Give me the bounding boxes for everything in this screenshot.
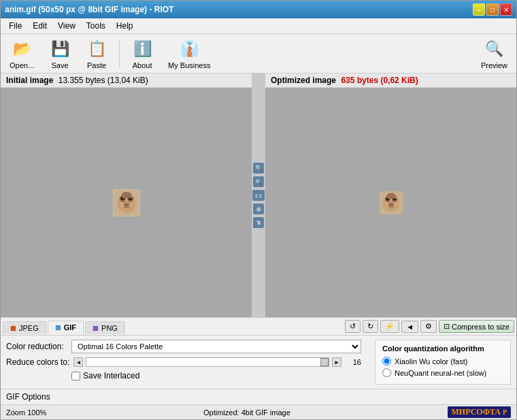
open-button[interactable]: 📂 Open...: [3, 35, 40, 72]
preview-icon: 🔍: [483, 38, 505, 60]
svg-point-23: [386, 193, 396, 199]
image-panels: Initial image 13.355 bytes (13,04 KiB): [1, 74, 516, 317]
gif-label: GIF: [64, 323, 76, 332]
paste-label: Paste: [87, 61, 106, 69]
sync-button[interactable]: ⇅: [253, 217, 264, 228]
slider-container: ◄ ► 16: [73, 357, 361, 367]
slider-track[interactable]: [86, 357, 329, 367]
initial-canvas: [1, 88, 252, 317]
jpeg-label: JPEG: [19, 324, 39, 332]
main-area: Initial image 13.355 bytes (13,04 KiB): [1, 74, 516, 404]
optimized-panel-size: 635 bytes (0,62 KiB): [341, 76, 418, 85]
controls-row: Color reduction: Optimal 16 Colors Palet…: [1, 336, 516, 389]
svg-point-10: [124, 203, 129, 206]
interlaced-checkbox[interactable]: [71, 372, 80, 381]
gif-icon: ▦: [55, 324, 61, 331]
neuquant-radio[interactable]: [382, 368, 391, 377]
gif-options-label: GIF Options: [6, 392, 50, 402]
gear-button[interactable]: ⚙: [420, 320, 437, 333]
neuquant-label: NeuQuant neural-net (slow): [395, 369, 486, 377]
mirsofta-badge: МИРСОФТА Р: [448, 406, 511, 418]
initial-image-content: [112, 189, 141, 217]
bottom-area: ▦ JPEG ▦ GIF ▦ PNG ↺ ↻ ⚡ ◄ ⚙: [1, 317, 516, 404]
window-title: anim.gif (50x50 px @ 8bit GIF image) - R…: [5, 5, 173, 14]
controls-right: Color quantization algorithm Xiaolin Wu …: [375, 340, 511, 385]
back-button[interactable]: ◄: [401, 321, 418, 333]
toolbar-separator-1: [119, 40, 120, 67]
interlaced-label: Save Interlaced: [83, 371, 139, 381]
zoom-actual-button[interactable]: 1:1: [252, 190, 265, 201]
controls-left: Color reduction: Optimal 16 Colors Palet…: [6, 340, 361, 385]
menu-edit[interactable]: Edit: [27, 20, 52, 32]
open-icon: 📂: [11, 38, 33, 60]
about-label: About: [133, 61, 152, 69]
zoom-status: Zoom 100%: [6, 408, 46, 417]
menu-file[interactable]: File: [3, 20, 27, 32]
xiaolin-radio[interactable]: [382, 357, 391, 366]
menu-view[interactable]: View: [52, 20, 81, 32]
preview-label: Preview: [481, 61, 507, 69]
xiaolin-row: Xiaolin Wu color (fast): [382, 357, 503, 366]
reduce-colors-label: Reduce colors to:: [6, 357, 69, 367]
optimized-panel-header: Optimized image 635 bytes (0,62 KiB): [265, 74, 516, 88]
png-icon: ▦: [93, 325, 99, 332]
zoom-in-icon[interactable]: 🔍: [253, 163, 264, 174]
save-label: Save: [52, 61, 69, 69]
close-button[interactable]: ✕: [500, 3, 512, 16]
tabs-row: ▦ JPEG ▦ GIF ▦ PNG ↺ ↻ ⚡ ◄ ⚙: [1, 318, 516, 336]
about-icon: ℹ️: [131, 38, 153, 60]
interlaced-row: Save Interlaced: [71, 371, 361, 381]
svg-point-22: [388, 203, 393, 205]
paste-icon: 📋: [86, 38, 107, 60]
redo-button[interactable]: ↻: [363, 320, 378, 333]
save-icon: 💾: [49, 38, 71, 60]
optimized-status: Optimized: 4bit GIF image: [203, 408, 290, 417]
slider-right-arrow[interactable]: ►: [332, 357, 341, 367]
flash-button[interactable]: ⚡: [380, 320, 399, 333]
tab-gif[interactable]: ▦ GIF: [48, 321, 84, 334]
minimize-button[interactable]: –: [473, 3, 485, 16]
color-reduction-select[interactable]: Optimal 16 Colors Palette Adaptive Palet…: [71, 340, 361, 353]
slider-left-arrow[interactable]: ◄: [73, 357, 83, 367]
color-reduction-label: Color reduction:: [6, 342, 67, 351]
mirsofta-text: МИРСОФТА: [452, 407, 501, 417]
compress-icon: ⊡: [444, 322, 450, 331]
compress-label: Compress to size: [452, 323, 510, 331]
mirsofta-icon: Р: [503, 408, 507, 416]
quantization-group: Color quantization algorithm Xiaolin Wu …: [375, 340, 511, 385]
undo-button[interactable]: ↺: [345, 320, 361, 333]
maximize-button[interactable]: □: [486, 3, 499, 16]
optimized-panel-label: Optimized image: [271, 76, 336, 85]
menu-tools[interactable]: Tools: [81, 20, 111, 32]
slider-value: 16: [344, 358, 361, 366]
paste-button[interactable]: 📋 Paste: [80, 35, 114, 72]
action-buttons: ↺ ↻ ⚡ ◄ ⚙ ⊡ Compress to size: [345, 320, 514, 335]
title-bar: anim.gif (50x50 px @ 8bit GIF image) - R…: [1, 1, 516, 18]
reduce-colors-row: Reduce colors to: ◄ ► 16: [6, 357, 361, 367]
zoom-out-icon[interactable]: 🔍: [253, 176, 264, 187]
svg-point-20: [395, 197, 396, 199]
neuquant-row: NeuQuant neural-net (slow): [382, 368, 503, 377]
slider-thumb[interactable]: [320, 358, 329, 366]
preview-button[interactable]: 🔍 Preview: [475, 35, 514, 72]
pug-svg-left: [114, 190, 139, 216]
png-label: PNG: [101, 324, 118, 332]
mybusiness-button[interactable]: 👔 My Business: [162, 35, 216, 72]
about-button[interactable]: ℹ️ About: [125, 35, 159, 72]
window-controls: – □ ✕: [473, 3, 512, 16]
tab-jpeg[interactable]: ▦ JPEG: [3, 321, 46, 334]
mybusiness-icon: 👔: [178, 38, 200, 60]
save-button[interactable]: 💾 Save: [43, 35, 77, 72]
color-reduction-row: Color reduction: Optimal 16 Colors Palet…: [6, 340, 361, 353]
initial-panel-header: Initial image 13.355 bytes (13,04 KiB): [1, 74, 252, 88]
compress-button[interactable]: ⊡ Compress to size: [439, 320, 514, 333]
status-bar: Zoom 100% Optimized: 4bit GIF image МИРС…: [1, 404, 516, 419]
optimized-canvas: [265, 88, 516, 317]
menu-help[interactable]: Help: [111, 20, 139, 32]
fit-button[interactable]: ⊞: [253, 204, 264, 214]
panel-divider: 🔍 🔍 1:1 ⊞ ⇅: [252, 74, 265, 317]
pug-svg-right: [380, 190, 403, 216]
gif-options-row: GIF Options: [1, 389, 516, 404]
quantization-title: Color quantization algorithm: [382, 344, 503, 353]
tab-png[interactable]: ▦ PNG: [85, 321, 125, 334]
